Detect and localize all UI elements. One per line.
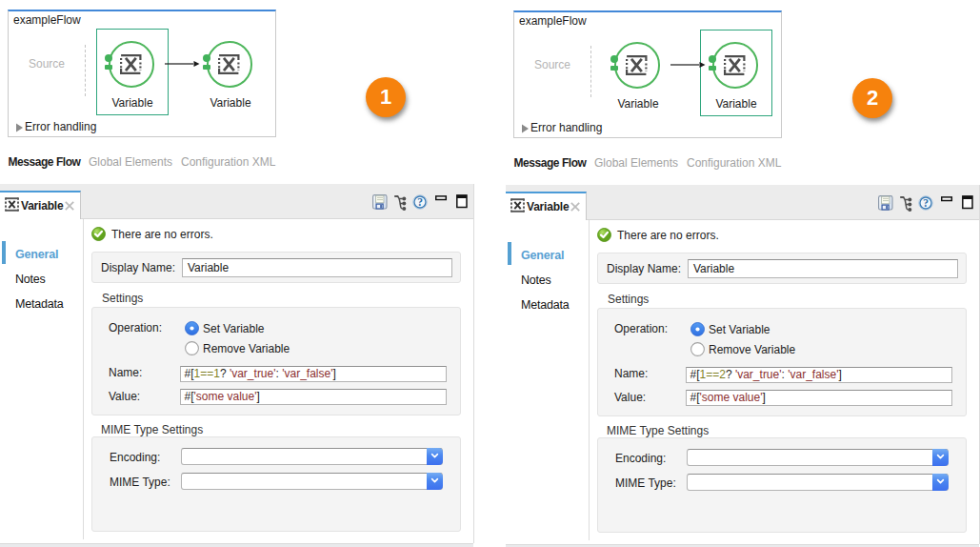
svg-text:?: ? [417, 196, 423, 208]
svg-text:?: ? [923, 197, 929, 209]
